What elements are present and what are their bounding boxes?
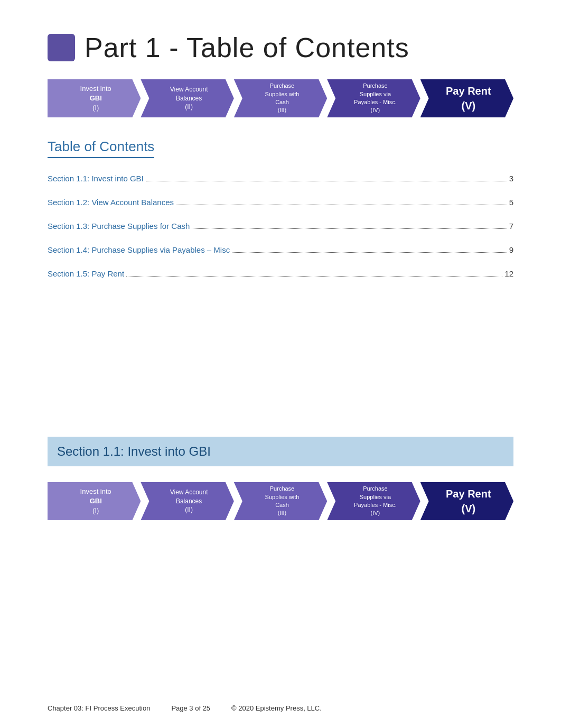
step-I-bottom: Invest intoGBI(I) [48, 482, 141, 520]
toc-page-3: 7 [509, 222, 513, 231]
step-IV-bottom: PurchaseSupplies viaPayables - Misc.(IV) [327, 482, 420, 520]
toc-entry-5-text: Section 1.5: Pay Rent [48, 269, 124, 278]
toc-entry-4: Section 1.4: Purchase Supplies via Payab… [48, 245, 513, 254]
steps-banner-bottom: Invest intoGBI(I) View AccountBalances(I… [48, 482, 513, 520]
section-1-1-block: Section 1.1: Invest into GBI Invest into… [48, 437, 513, 520]
header-section: Part 1 - Table of Contents [48, 32, 513, 63]
step-II-top: View AccountBalances(II) [141, 79, 233, 117]
footer-page: Page 3 of 25 [171, 704, 210, 712]
footer: Chapter 03: FI Process Execution Page 3 … [48, 704, 513, 712]
toc-dots-2 [176, 205, 507, 205]
toc-entry-3: Section 1.3: Purchase Supplies for Cash … [48, 222, 513, 231]
steps-banner-top: Invest intoGBI(I) View AccountBalances(I… [48, 79, 513, 117]
toc-dots-1 [146, 181, 507, 181]
step-III-top: PurchaseSupplies withCash(III) [234, 79, 327, 117]
toc-entry-2: Section 1.2: View Account Balances 5 [48, 198, 513, 207]
step-IV-top: PurchaseSupplies viaPayables - Misc.(IV) [327, 79, 420, 117]
toc-dots-4 [232, 252, 507, 253]
toc-entry-4-text: Section 1.4: Purchase Supplies via Payab… [48, 245, 230, 254]
toc-page-4: 9 [509, 245, 513, 254]
toc-page-2: 5 [509, 198, 513, 207]
section-heading-text: Section 1.1: Invest into GBI [57, 444, 211, 458]
toc-section: Table of Contents Section 1.1: Invest in… [48, 139, 513, 278]
toc-page-1: 3 [509, 174, 513, 183]
footer-chapter: Chapter 03: FI Process Execution [48, 704, 150, 712]
step-III-bottom: PurchaseSupplies withCash(III) [234, 482, 327, 520]
page-title: Part 1 - Table of Contents [85, 32, 409, 63]
toc-entry-2-text: Section 1.2: View Account Balances [48, 198, 174, 207]
toc-page-5: 12 [504, 269, 513, 278]
toc-dots-3 [192, 228, 507, 229]
footer-copyright: © 2020 Epistemy Press, LLC. [231, 704, 322, 712]
toc-dots-5 [126, 276, 502, 277]
step-I-top: Invest intoGBI(I) [48, 79, 141, 117]
toc-entry-1: Section 1.1: Invest into GBI 3 [48, 174, 513, 183]
toc-entry-1-text: Section 1.1: Invest into GBI [48, 174, 144, 183]
toc-entry-5: Section 1.5: Pay Rent 12 [48, 269, 513, 278]
toc-entry-3-text: Section 1.3: Purchase Supplies for Cash [48, 222, 190, 231]
step-II-bottom: View AccountBalances(II) [141, 482, 233, 520]
page-container: Part 1 - Table of Contents Invest intoGB… [0, 0, 561, 557]
step-V-bottom: Pay Rent(V) [420, 482, 513, 520]
section-heading-block: Section 1.1: Invest into GBI [48, 437, 513, 466]
header-square [48, 34, 75, 61]
toc-title: Table of Contents [48, 139, 154, 158]
step-V-top: Pay Rent(V) [420, 79, 513, 117]
